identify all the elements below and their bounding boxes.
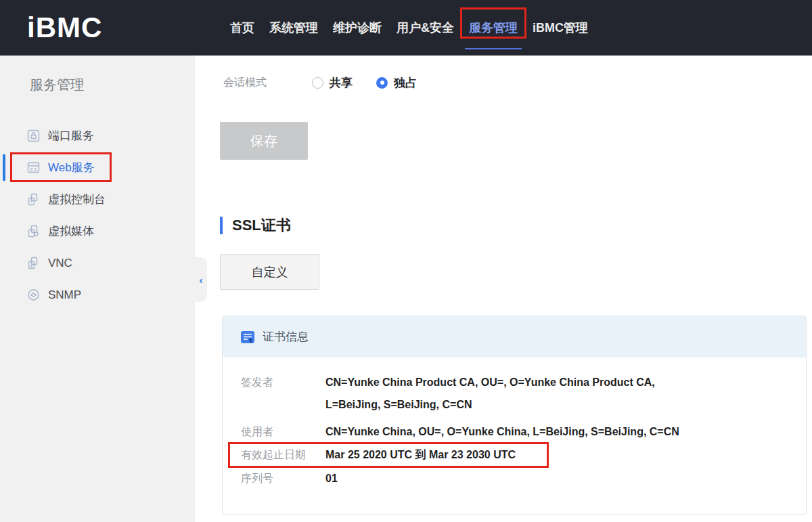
ssl-section-title: SSL证书 (232, 215, 291, 236)
nav-tab-label: 首页 (230, 20, 254, 36)
nav-tab-home[interactable]: 首页 (230, 0, 254, 56)
nav-tab-label: iBMC管理 (533, 20, 588, 36)
radio-checked-icon (376, 77, 388, 89)
sidebar-item-label: 虚拟媒体 (48, 223, 94, 239)
nav-tab-ibmc-management[interactable]: iBMC管理 (533, 0, 588, 56)
row-label: 有效起止日期 (241, 443, 323, 466)
radio-session-shared[interactable]: 共享 (312, 70, 353, 95)
certificate-info-panel: 证书信息 签发者 CN=Yunke China Product CA, OU=,… (222, 316, 807, 515)
radio-session-exclusive[interactable]: 独占 (376, 70, 417, 95)
virtual-media-icon (27, 225, 40, 238)
row-value: CN=Yunke China, OU=, O=Yunke China, L=Be… (325, 420, 706, 443)
certificate-icon (240, 330, 255, 345)
radio-unchecked-icon (312, 77, 323, 89)
session-mode-label: 会话模式 (223, 70, 267, 95)
ssl-section-heading: SSL证书 (220, 215, 291, 236)
sidebar-item-label: VNC (48, 257, 72, 270)
sidebar-collapse-handle[interactable]: ‹ (195, 257, 207, 302)
sidebar-menu: 端口服务 Web服务 (0, 120, 195, 311)
section-accent-bar (220, 217, 223, 234)
active-tab-underline (465, 48, 522, 49)
top-navigation: 首页 系统管理 维护诊断 用户&安全 服务管理 iBMC管理 (230, 0, 588, 56)
sidebar-item-virtual-console[interactable]: 虚拟控制台 (0, 183, 195, 215)
row-label: 使用者 (241, 420, 323, 443)
row-label: 序列号 (241, 467, 323, 490)
sidebar-item-snmp[interactable]: SNMP (0, 279, 195, 311)
row-value: 01 (325, 467, 706, 490)
row-label: 签发者 (241, 371, 323, 393)
row-value: Mar 25 2020 UTC 到 Mar 23 2030 UTC (325, 443, 706, 466)
nav-tab-label: 服务管理 (469, 20, 518, 36)
row-value: CN=Yunke China Product CA, OU=, O=Yunke … (325, 371, 706, 416)
nav-tab-label: 用户&安全 (397, 20, 454, 36)
sidebar-item-virtual-media[interactable]: 虚拟媒体 (0, 215, 195, 247)
virtual-console-icon (27, 193, 40, 206)
custom-certificate-button[interactable]: 自定义 (220, 254, 319, 290)
radio-label: 共享 (330, 75, 353, 91)
web-service-icon (27, 161, 40, 174)
session-mode-row: 会话模式 共享 独占 (0, 121, 812, 145)
sidebar-item-vnc[interactable]: VNC (0, 247, 195, 279)
nav-tab-user-security[interactable]: 用户&安全 (397, 0, 454, 56)
sidebar-item-web-service[interactable]: Web服务 (0, 152, 195, 183)
vnc-icon (27, 257, 40, 269)
snmp-icon (27, 288, 40, 301)
sidebar-item-label: 虚拟控制台 (48, 192, 106, 207)
chevron-left-icon: ‹ (200, 275, 203, 285)
nav-tab-label: 系统管理 (269, 20, 318, 36)
sidebar-item-label: SNMP (48, 288, 81, 302)
nav-tab-maintenance-diagnosis[interactable]: 维护诊断 (333, 0, 382, 56)
ibmc-logo: iBMC (27, 0, 102, 56)
sidebar-title: 服务管理 (30, 76, 84, 94)
active-item-indicator (3, 154, 5, 181)
certificate-panel-header: 证书信息 (223, 316, 806, 357)
ibmc-console-screen: iBMC 首页 系统管理 维护诊断 用户&安全 服务管理 iBMC管理 (0, 0, 812, 522)
save-button[interactable]: 保存 (220, 122, 308, 160)
certificate-panel-title: 证书信息 (263, 329, 309, 345)
top-header-bar: iBMC 首页 系统管理 维护诊断 用户&安全 服务管理 iBMC管理 (0, 0, 812, 56)
nav-tab-system-management[interactable]: 系统管理 (269, 0, 318, 56)
radio-label: 独占 (394, 75, 417, 91)
sidebar-item-label: Web服务 (48, 160, 95, 175)
nav-tab-label: 维护诊断 (333, 20, 382, 36)
nav-tab-service-management[interactable]: 服务管理 (469, 0, 518, 56)
